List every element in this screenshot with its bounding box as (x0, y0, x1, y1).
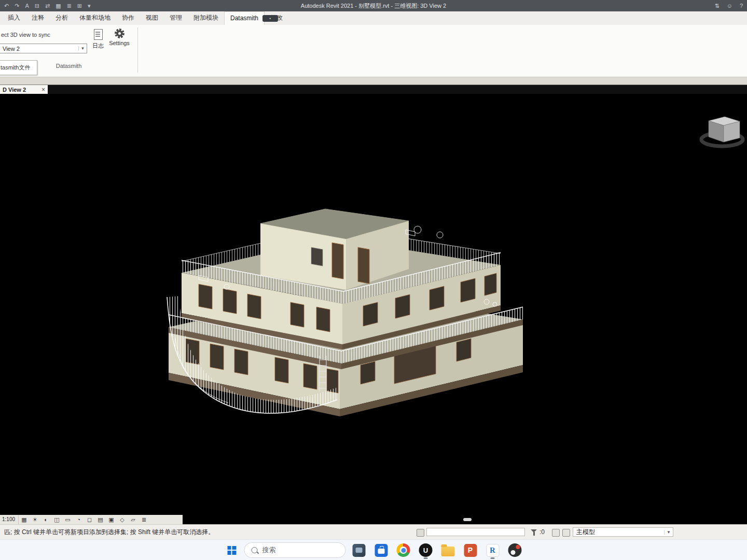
ribbon-tabs: 插入注释分析体量和场地协作视图管理附加模块Datasmith修改 (0, 11, 747, 25)
collaborate-icon[interactable]: ⇅ (714, 3, 719, 9)
worksharing-display-icon[interactable]: ▤ (95, 515, 106, 524)
ribbon-tab[interactable]: 分析 (50, 11, 74, 25)
status-bar: 匹; 按 Ctrl 键并单击可将新项目添加到选择集; 按 Shift 键并单击可… (0, 524, 747, 540)
view-control-icons: ▦☀◐◫▭◔◻▤▣◇▱≣ (19, 515, 149, 524)
selection-filter-count: :0 (540, 525, 545, 540)
shadows-icon[interactable]: ◐ (40, 515, 51, 524)
ribbon-tab-bar: 插入注释分析体量和场地协作视图管理附加模块Datasmith修改 ▪ (0, 11, 747, 25)
revit-icon: R (486, 544, 499, 557)
view-tab-label: D View 2 (0, 87, 39, 93)
sync-view-combobox[interactable]: View 2 ▼ (0, 44, 87, 53)
taskbar-app-media[interactable] (506, 541, 524, 559)
redo-icon[interactable]: ↷ (15, 3, 19, 9)
ribbon-tab[interactable]: 插入 (2, 11, 26, 25)
grid-icon[interactable]: ▦ (56, 3, 61, 9)
close-icon[interactable]: × (39, 86, 48, 93)
viewcube[interactable] (701, 117, 743, 146)
tile-windows-icon[interactable]: ⊞ (77, 3, 82, 9)
start-button[interactable] (223, 541, 241, 559)
ribbon-tab[interactable]: 注释 (26, 11, 50, 25)
status-message: 匹; 按 Ctrl 键并单击可将新项目添加到选择集; 按 Shift 键并单击可… (4, 525, 214, 540)
microsoft-store-icon (375, 544, 388, 557)
datasmith-file-panel-button[interactable]: tasmith文件 (0, 60, 37, 75)
exclude-options-icon[interactable] (562, 529, 570, 537)
windows-taskbar: 搜索 U P R (0, 539, 747, 560)
datasmith-file-panel-label: tasmith文件 (0, 64, 30, 72)
crop-view-icon[interactable]: ◫ (51, 515, 62, 524)
title-bar: ↶↷A⊟⇄▦≣⊞▾ Autodesk Revit 2021 - 别墅模型.rvt… (0, 0, 747, 11)
taskbar-app-file-explorer[interactable] (439, 541, 458, 559)
editable-only-icon[interactable] (552, 529, 560, 537)
ribbon-panel-datasmith: ect 3D view to sync View 2 ▼ 日志 Settings… (0, 25, 747, 77)
sun-path-icon[interactable]: ☀ (30, 515, 40, 524)
taskbar-app-unreal[interactable]: U (417, 541, 435, 559)
sync-view-label: ect 3D view to sync (1, 32, 50, 38)
pan-icon[interactable] (417, 529, 424, 537)
workset-value: 主模型 (573, 528, 664, 537)
chevron-down-icon[interactable]: ▼ (664, 530, 673, 535)
chrome-icon (397, 543, 410, 557)
ribbon-tab[interactable]: 管理 (164, 11, 188, 25)
windows-logo-icon (227, 546, 236, 555)
view-control-bar-tools: 1:100 ▦☀◐◫▭◔◻▤▣◇▱≣ (0, 515, 183, 524)
qat-dropdown-icon[interactable]: ▾ (88, 3, 91, 9)
search-icon (252, 547, 258, 553)
view-control-bar: 1:100 ▦☀◐◫▭◔◻▤▣◇▱≣ (0, 515, 747, 524)
scrollbar-thumb[interactable] (463, 518, 472, 521)
log-button[interactable]: 日志 (89, 29, 107, 50)
sync-view-value: View 2 (0, 46, 78, 52)
ribbon-tab[interactable]: 协作 (116, 11, 140, 25)
text-icon[interactable]: A (25, 3, 29, 9)
constraints-icon[interactable]: ▱ (128, 515, 139, 524)
undo-icon[interactable]: ↶ (4, 3, 9, 9)
log-document-icon (94, 29, 103, 40)
ribbon-tab[interactable]: 体量和场地 (74, 11, 116, 25)
view-tab-bar: D View 2 × (0, 85, 747, 94)
gear-icon (115, 29, 125, 38)
taskbar-app-chrome[interactable] (394, 541, 413, 559)
measure-icon[interactable]: ⇄ (45, 3, 50, 9)
workset-combobox[interactable]: 主模型 ▼ (573, 527, 673, 537)
folder-icon (441, 547, 455, 556)
ribbon-tab[interactable]: Datasmith (224, 11, 265, 25)
3d-building-model[interactable] (0, 94, 747, 515)
more-tools-icon[interactable]: ≣ (139, 515, 149, 524)
analytical-model-icon[interactable]: ◇ (117, 515, 128, 524)
ribbon-extra-toggle[interactable]: ▪ (262, 15, 278, 22)
photos-icon (352, 544, 365, 557)
taskbar-search[interactable]: 搜索 (244, 542, 346, 558)
reveal-hidden-icon[interactable]: ◻ (84, 515, 95, 524)
progress-field (426, 528, 525, 536)
settings-button-label: Settings (106, 40, 133, 46)
unreal-engine-icon: U (419, 543, 433, 557)
list-icon[interactable]: ≣ (67, 3, 72, 9)
crop-region-icon[interactable]: ▭ (62, 515, 73, 524)
user-icon[interactable]: ☺ (727, 3, 732, 9)
settings-button[interactable]: Settings (106, 29, 133, 46)
taskbar-app-powerpoint[interactable]: P (461, 541, 480, 559)
ribbon-tab[interactable]: 视图 (140, 11, 164, 25)
ribbon-bottom-strip (0, 77, 747, 85)
taskbar-app-photos[interactable] (350, 541, 368, 559)
quick-access-toolbar: ↶↷A⊟⇄▦≣⊞▾ (0, 3, 91, 9)
taskbar-app-revit[interactable]: R (483, 541, 502, 559)
panel-separator (137, 27, 138, 73)
temporary-view-icon[interactable]: ▣ (106, 515, 117, 524)
titlebar-right-icons: ⇅☺? (714, 0, 743, 11)
model-viewport[interactable] (0, 94, 747, 515)
print-icon[interactable]: ⊟ (35, 3, 39, 9)
taskbar-app-store[interactable] (372, 541, 391, 559)
search-label: 搜索 (262, 545, 276, 555)
media-app-icon (508, 543, 522, 557)
ribbon-tab[interactable]: 附加模块 (188, 11, 224, 25)
view-scale-button[interactable]: 1:100 (0, 515, 19, 524)
window-title: Autodesk Revit 2021 - 别墅模型.rvt - 三维视图: 3… (0, 2, 747, 10)
help-icon[interactable]: ? (740, 3, 743, 9)
log-button-label: 日志 (89, 42, 107, 50)
filter-icon[interactable] (531, 529, 537, 536)
powerpoint-icon: P (464, 544, 477, 557)
temporary-hide-icon[interactable]: ◔ (73, 515, 84, 524)
view-tab-3d-view-2[interactable]: D View 2 × (0, 85, 48, 94)
visual-style-icon[interactable]: ▦ (19, 515, 30, 524)
chevron-down-icon[interactable]: ▼ (78, 46, 87, 51)
